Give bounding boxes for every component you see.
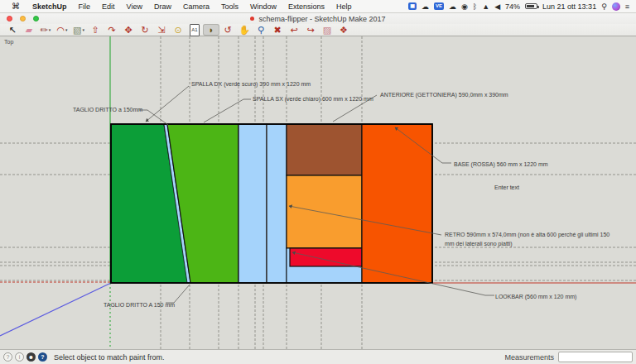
leader-spalla-sx [204, 99, 251, 122]
menubar-clock[interactable]: Lun 21 ott 13:31 [542, 2, 596, 11]
notification-center-icon[interactable]: ≡ [625, 0, 629, 13]
spotlight-icon[interactable]: ⚲ [601, 0, 607, 13]
minimize-button[interactable] [20, 16, 26, 22]
account-icon[interactable]: ☻ [26, 352, 36, 362]
axis-blue-solid [0, 283, 111, 336]
previous-view-tool-icon: ↩ [290, 25, 297, 36]
drawing-canvas[interactable]: Top TAGLIO DRITTO a 150mm SPALLA DX (ver… [0, 36, 636, 349]
view-name-label[interactable]: Top [4, 39, 13, 45]
select-tool-button[interactable]: ↖ [4, 24, 21, 36]
tape-measure-tool-button[interactable]: ⊙ [170, 24, 186, 36]
move-tool-icon: ✥ [124, 25, 132, 36]
annotation-retro[interactable]: RETRO 590mm x 574,0mm (non è alta 600 pe… [445, 230, 620, 248]
window-title: schema-flipper - SketchUp Make 2017 [258, 15, 385, 23]
scale-tool-button[interactable]: ⇲ [153, 24, 170, 36]
arc-tool-button[interactable]: ◠▾ [54, 24, 70, 36]
apple-menu-icon[interactable]: ⌘ [12, 2, 20, 11]
menu-extensions[interactable]: Extensions [282, 2, 330, 11]
zoom-tool-icon: ⚲ [258, 25, 264, 36]
annotation-taglio-bottom[interactable]: TAGLIO DRITTO A 150 mm [104, 300, 175, 309]
ve-badge[interactable]: VE [434, 2, 444, 10]
line-tool-dropdown-arrow[interactable]: ▾ [49, 27, 51, 32]
panel-blue-strip-2[interactable] [267, 124, 287, 283]
close-button[interactable] [7, 16, 12, 22]
annotation-base[interactable]: BASE (ROSSA) 560 mm x 1220 mm [454, 160, 548, 169]
push-pull-tool-button[interactable]: ⇧ [87, 24, 104, 36]
scale-tool-icon: ⇲ [157, 25, 165, 36]
orbit-tool-icon: ↺ [224, 25, 231, 36]
eraser-tool-icon: ▰ [26, 25, 32, 36]
get-models-tool-icon: ▨ [323, 25, 331, 36]
menu-tools[interactable]: Tools [215, 2, 244, 11]
annotation-taglio-top[interactable]: TAGLIO DRITTO a 150mm [73, 105, 142, 114]
pan-tool-icon: ✋ [238, 25, 250, 36]
measurements-input[interactable] [558, 352, 633, 362]
text-tool-icon: A1 [190, 24, 199, 36]
next-view-tool-button[interactable]: ↪ [302, 24, 319, 36]
panel-lookbar[interactable] [290, 248, 362, 266]
share-model-tool-icon: ❖ [340, 25, 348, 36]
panel-retro[interactable] [287, 175, 362, 248]
line-tool-button[interactable]: ✏▾ [37, 24, 54, 36]
volume-icon[interactable]: ◀ [494, 0, 500, 13]
annotation-enter-text[interactable]: Enter text [494, 183, 519, 192]
text-tool-button[interactable]: A1 [186, 24, 203, 36]
siri-icon[interactable] [612, 2, 620, 11]
cloud-sync-icon[interactable]: ☁ [449, 0, 456, 13]
battery-icon[interactable] [525, 3, 537, 9]
menu-view[interactable]: View [121, 2, 148, 11]
annotation-spalla-sx[interactable]: SPALLA SX (verde chiaro) 600 mm x 1220 m… [253, 94, 373, 103]
get-models-tool-button[interactable]: ▨ [319, 24, 335, 36]
status-bar: ?i☻? Select object to match paint from. … [0, 349, 636, 364]
line-tool-icon: ✏ [41, 25, 48, 36]
orbit-tool-button[interactable]: ↺ [219, 24, 236, 36]
menu-help[interactable]: Help [330, 2, 358, 11]
arc-tool-dropdown-arrow[interactable]: ▾ [65, 27, 68, 32]
status-hint: Select object to match paint from. [54, 353, 165, 362]
select-tool-icon: ↖ [8, 25, 16, 36]
rectangle-tool-dropdown-arrow[interactable]: ▾ [82, 27, 84, 32]
menu-sketchup[interactable]: SketchUp [26, 2, 73, 11]
paint-bucket-tool-button[interactable]: ◗ [203, 24, 219, 36]
previous-view-tool-button[interactable]: ↩ [286, 24, 302, 36]
toolbar-tools: ↖▰✏▾◠▾▧▾⇧↷✥↻⇲⊙A1◗↺✋⚲✖↩↪▨❖ [0, 24, 636, 36]
rotate-tool-button[interactable]: ↻ [137, 24, 153, 36]
measurements-label: Measurements [504, 353, 554, 362]
menu-camera[interactable]: Camera [177, 2, 215, 11]
panel-anteriore[interactable] [287, 124, 362, 175]
follow-me-tool-icon: ↷ [108, 25, 115, 36]
eraser-tool-button[interactable]: ▰ [21, 24, 37, 36]
annotation-lookbar[interactable]: LOOKBAR (560 mm x 120 mm) [495, 292, 576, 301]
geolocation-icon[interactable]: ? [3, 352, 12, 362]
share-model-tool-button[interactable]: ❖ [335, 24, 352, 36]
annotation-anteriore[interactable]: ANTERIORE (GETTONIERA) 590,0mm x 390mm [380, 90, 508, 99]
pan-tool-button[interactable]: ✋ [236, 24, 253, 36]
credits-icon[interactable]: i [15, 352, 24, 362]
panel-blue-strip-1[interactable] [238, 124, 267, 283]
menu-edit[interactable]: Edit [96, 2, 121, 11]
bluetooth-icon[interactable]: ᛒ [473, 0, 477, 13]
zoom-extents-tool-icon: ✖ [273, 25, 281, 36]
document-edited-dot [250, 17, 254, 21]
menu-window[interactable]: Window [244, 2, 282, 11]
shield-icon[interactable]: ◉ [461, 0, 468, 13]
leader-taglio-top [139, 110, 168, 125]
move-tool-button[interactable]: ✥ [120, 24, 137, 36]
menubar-status-items: ▦☁VE☁◉ᛒ▲◀74%Lun 21 ott 13:31⚲≡ [408, 0, 629, 13]
follow-me-tool-button[interactable]: ↷ [104, 24, 120, 36]
rectangle-tool-button[interactable]: ▧▾ [70, 24, 87, 36]
tape-measure-tool-icon: ⊙ [174, 25, 181, 36]
battery-percent[interactable]: 74% [505, 2, 520, 11]
menu-bar: ⌘ SketchUpFileEditViewDrawCameraToolsWin… [0, 0, 636, 13]
cloud-icon[interactable]: ☁ [422, 0, 429, 13]
annotation-spalla-dx[interactable]: SPALLA DX (verde scuro) 390 mm x 1220 mm [191, 79, 311, 89]
wifi-icon[interactable]: ▲ [482, 0, 489, 13]
help-icon[interactable]: ? [38, 352, 47, 362]
menu-file[interactable]: File [73, 2, 97, 11]
zoom-tool-button[interactable]: ⚲ [253, 24, 269, 36]
zoom-extents-tool-button[interactable]: ✖ [269, 24, 286, 36]
input-source-icon[interactable]: ▦ [408, 2, 417, 10]
zoom-window-button[interactable] [33, 16, 39, 22]
menu-draw[interactable]: Draw [148, 2, 177, 11]
rotate-tool-icon: ↻ [141, 25, 148, 36]
